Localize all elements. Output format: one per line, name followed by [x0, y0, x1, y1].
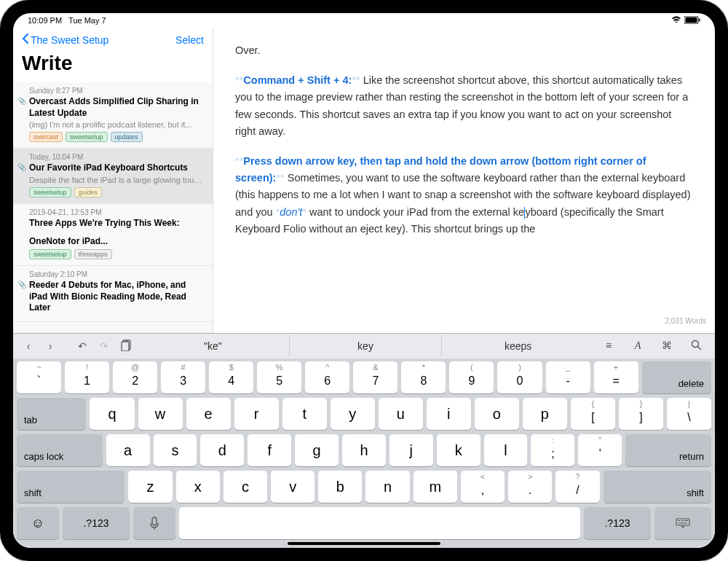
key-z[interactable]: z [128, 471, 172, 503]
note-date: 2019-04-21, 12:53 PM [29, 208, 205, 216]
suggestion[interactable]: key [289, 336, 442, 356]
nav-forward-button[interactable]: › [39, 340, 61, 352]
key-a[interactable]: a [106, 434, 150, 466]
spacebar-key[interactable] [179, 507, 580, 539]
tag: sweetsetup [66, 132, 108, 142]
note-item[interactable]: 📎 Sunday 8:27 PM Overcast Adds Simplifie… [13, 82, 213, 149]
key-e[interactable]: e [186, 398, 231, 430]
note-title: Overcast Adds Simplified Clip Sharing in… [29, 96, 205, 119]
select-button[interactable]: Select [175, 34, 204, 46]
key-f[interactable]: f [248, 434, 291, 466]
key-[[interactable]: {[ [571, 398, 615, 430]
delete-key[interactable]: delete [642, 361, 711, 393]
command-icon[interactable]: ⌘ [652, 340, 681, 353]
key-q[interactable]: q [90, 398, 134, 430]
note-date: Saturday 2:10 PM [29, 270, 205, 278]
key-y[interactable]: y [331, 398, 375, 430]
key-5[interactable]: %5 [257, 361, 301, 393]
dismiss-keyboard-key[interactable] [654, 507, 711, 539]
key-g[interactable]: g [295, 434, 339, 466]
status-time: 10:09 PM [28, 16, 62, 25]
key-l[interactable]: l [484, 434, 528, 466]
key-u[interactable]: u [379, 398, 423, 430]
key-\[interactable]: |\ [667, 398, 711, 430]
key-2[interactable]: @2 [113, 361, 157, 393]
status-right [671, 16, 700, 26]
key-r[interactable]: r [234, 398, 279, 430]
key-m[interactable]: m [414, 471, 457, 503]
note-list[interactable]: 📎 Sunday 8:27 PM Overcast Adds Simplifie… [13, 82, 213, 333]
note-item[interactable]: 📎 Saturday 2:10 PM Reeder 4 Debuts for M… [13, 266, 213, 322]
keyboard-toolbar: ‹ › ↶ ↷ "ke" key keeps ≡ A ⌘ [13, 334, 715, 358]
editor-paragraph: **Press down arrow key, then tap and hol… [235, 153, 693, 238]
sidebar-title: Write [13, 49, 213, 82]
tag: updates [111, 132, 143, 142]
key-=[interactable]: += [594, 361, 638, 393]
font-icon[interactable]: A [623, 340, 652, 353]
key-h[interactable]: h [342, 434, 386, 466]
keyboard: ‹ › ↶ ↷ "ke" key keeps ≡ A ⌘ ~`!1@2#3$4%… [13, 333, 715, 548]
clipboard-button[interactable] [115, 340, 137, 353]
key-s[interactable]: s [154, 434, 197, 466]
key-8[interactable]: *8 [401, 361, 446, 393]
back-button[interactable]: The Sweet Setup [22, 34, 108, 46]
numswitch-key[interactable]: .?123 [63, 507, 130, 539]
key-c[interactable]: c [223, 471, 267, 503]
redo-button[interactable]: ↷ [93, 340, 115, 352]
shortcut-heading: Command + Shift + 4: [243, 74, 352, 86]
nav-back-button[interactable]: ‹ [17, 340, 39, 352]
search-icon[interactable] [681, 340, 711, 353]
shift-key[interactable]: shift [17, 471, 124, 503]
attachment-icon: 📎 [17, 163, 26, 171]
key-w[interactable]: w [138, 398, 183, 430]
key-o[interactable]: o [475, 398, 519, 430]
key-p[interactable]: p [523, 398, 567, 430]
key-/[interactable]: ?/ [555, 471, 599, 503]
key-9[interactable]: (9 [449, 361, 494, 393]
shift-key-right[interactable]: shift [604, 471, 711, 503]
key-0[interactable]: )0 [497, 361, 542, 393]
undo-button[interactable]: ↶ [71, 340, 93, 352]
note-title: Three Apps We're Trying This Week: [29, 218, 205, 230]
key-i[interactable]: i [427, 398, 471, 430]
key-][interactable]: }] [619, 398, 663, 430]
list-icon[interactable]: ≡ [594, 340, 623, 353]
editor-italic: don't [280, 206, 302, 218]
numswitch-key-right[interactable]: .?123 [584, 507, 651, 539]
note-item[interactable]: 2019-04-21, 12:53 PM Three Apps We're Tr… [13, 204, 213, 266]
key-j[interactable]: j [389, 434, 433, 466]
key-3[interactable]: #3 [161, 361, 205, 393]
key--[interactable]: _- [546, 361, 590, 393]
key-t[interactable]: t [282, 398, 327, 430]
tab-key[interactable]: tab [17, 398, 86, 430]
note-date: Today, 10:04 PM [29, 153, 205, 161]
key-,[interactable]: <, [461, 471, 505, 503]
suggestion[interactable]: keeps [441, 336, 594, 356]
home-indicator[interactable] [288, 542, 440, 545]
capslock-key[interactable]: caps lock [17, 434, 103, 466]
mic-key[interactable] [133, 507, 175, 539]
key-6[interactable]: ^6 [305, 361, 349, 393]
key-x[interactable]: x [176, 471, 220, 503]
emoji-key[interactable]: ☺ [17, 507, 59, 539]
key-4[interactable]: $4 [209, 361, 253, 393]
key-k[interactable]: k [437, 434, 480, 466]
key-b[interactable]: b [318, 471, 362, 503]
svg-rect-7 [152, 517, 157, 525]
editor[interactable]: Over. **Command + Shift + 4:** Like the … [213, 28, 715, 333]
suggestion[interactable]: "ke" [137, 336, 289, 356]
key-.[interactable]: >. [508, 471, 552, 503]
key-1[interactable]: !1 [65, 361, 109, 393]
key-v[interactable]: v [271, 471, 314, 503]
svg-line-6 [697, 347, 700, 350]
note-item-selected[interactable]: 📎 Today, 10:04 PM Our Favorite iPad Keyb… [13, 149, 213, 204]
key-7[interactable]: &7 [353, 361, 397, 393]
svg-rect-2 [699, 18, 700, 21]
key-d[interactable]: d [200, 434, 244, 466]
return-key[interactable]: return [625, 434, 711, 466]
key-'[interactable]: "' [578, 434, 622, 466]
key-;[interactable]: :; [531, 434, 574, 466]
key-`[interactable]: ~` [17, 361, 61, 393]
tag: overcast [29, 132, 63, 142]
key-n[interactable]: n [365, 471, 409, 503]
